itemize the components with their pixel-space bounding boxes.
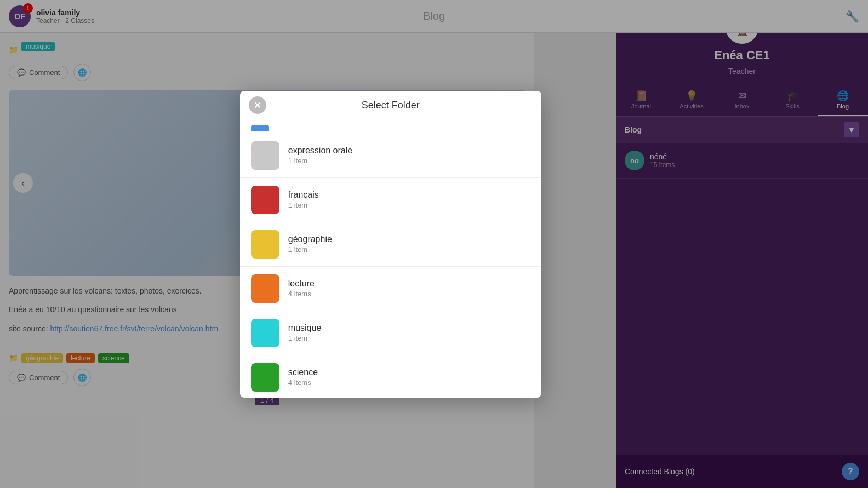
modal-close-button[interactable]: ✕ — [249, 96, 266, 114]
folder-color-science — [251, 363, 279, 392]
folder-item-musique[interactable]: musique 1 item — [240, 311, 541, 355]
folder-color-geographie — [251, 230, 279, 259]
folder-count-expression-orale: 1 item — [288, 157, 530, 165]
select-folder-modal: ✕ Select Folder expression orale 1 item … — [240, 91, 541, 398]
selected-tab[interactable] — [251, 125, 269, 131]
modal-title: Select Folder — [251, 100, 530, 111]
folder-color-francais — [251, 186, 279, 214]
folder-count-geographie: 1 item — [288, 245, 530, 254]
modal-header: ✕ Select Folder — [240, 91, 541, 120]
folder-color-musique — [251, 319, 279, 347]
folder-item-science[interactable]: science 4 items — [240, 355, 541, 398]
folder-item-expression-orale[interactable]: expression orale 1 item — [240, 134, 541, 178]
folder-count-francais: 1 item — [288, 201, 530, 209]
folder-item-francais[interactable]: français 1 item — [240, 178, 541, 222]
folder-count-lecture: 4 items — [288, 290, 530, 298]
folder-name-lecture: lecture — [288, 279, 530, 289]
modal-folder-list: expression orale 1 item français 1 item … — [240, 120, 541, 398]
close-icon: ✕ — [254, 100, 261, 111]
folder-count-musique: 1 item — [288, 334, 530, 342]
folder-name-science: science — [288, 368, 530, 377]
folder-color-lecture — [251, 274, 279, 303]
folder-color-expression-orale — [251, 141, 279, 170]
folder-name-expression-orale: expression orale — [288, 146, 530, 156]
folder-name-musique: musique — [288, 323, 530, 333]
folder-name-francais: français — [288, 190, 530, 200]
folder-item-lecture[interactable]: lecture 4 items — [240, 267, 541, 311]
folder-count-science: 4 items — [288, 378, 530, 387]
folder-item-geographie[interactable]: géographie 1 item — [240, 222, 541, 267]
folder-name-geographie: géographie — [288, 234, 530, 244]
